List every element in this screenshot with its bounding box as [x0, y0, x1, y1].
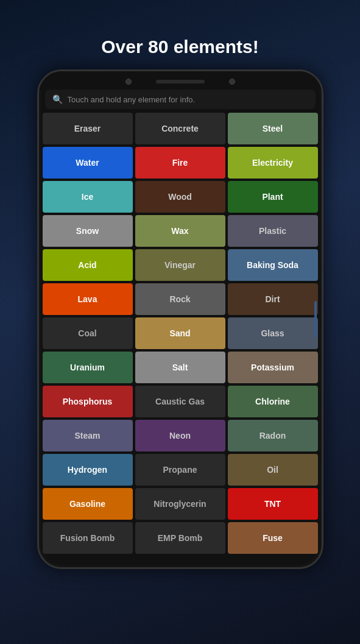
grid-container[interactable]: EraserConcreteSteelWaterFireElectricityI…	[39, 113, 322, 567]
element-cell[interactable]: Wax	[135, 215, 225, 247]
element-cell[interactable]: Baking Soda	[228, 249, 318, 281]
element-cell[interactable]: Neon	[135, 420, 225, 451]
elements-grid: EraserConcreteSteelWaterFireElectricityI…	[43, 113, 318, 554]
element-cell[interactable]: Vinegar	[135, 249, 225, 281]
element-cell[interactable]: Steam	[43, 420, 133, 451]
element-cell[interactable]: Oil	[228, 454, 318, 486]
phone-frame: 🔍 Touch and hold any element for info. E…	[37, 69, 323, 569]
camera-right	[229, 79, 235, 85]
search-icon: 🔍	[52, 94, 63, 104]
element-cell[interactable]: Potassium	[228, 352, 318, 383]
element-cell[interactable]: Coal	[43, 317, 133, 349]
element-cell[interactable]: Caustic Gas	[135, 386, 225, 417]
speaker-bar	[156, 80, 205, 83]
element-cell[interactable]: Acid	[43, 249, 133, 281]
element-cell[interactable]: Plant	[228, 181, 318, 213]
headline: Over 80 elements!	[101, 37, 258, 57]
element-cell[interactable]: Uranium	[43, 352, 133, 383]
element-cell[interactable]: Water	[43, 147, 133, 179]
element-cell[interactable]: Gasoline	[43, 488, 133, 520]
element-cell[interactable]: Radon	[228, 420, 318, 451]
element-cell[interactable]: Snow	[43, 215, 133, 247]
camera-left	[125, 79, 132, 85]
element-cell[interactable]: Fire	[135, 147, 225, 179]
element-cell[interactable]: Propane	[135, 454, 225, 486]
search-hint: Touch and hold any element for info.	[68, 95, 196, 104]
search-bar[interactable]: 🔍 Touch and hold any element for info.	[45, 90, 316, 109]
element-cell[interactable]: Plastic	[228, 215, 318, 247]
phone-top-bar	[39, 71, 322, 90]
element-cell[interactable]: Chlorine	[228, 386, 318, 417]
scroll-indicator	[314, 301, 317, 338]
element-cell[interactable]: Sand	[135, 317, 225, 349]
element-cell[interactable]: Glass	[228, 317, 318, 349]
element-cell[interactable]: Eraser	[43, 113, 133, 144]
element-cell[interactable]: Fuse	[228, 522, 318, 554]
element-cell[interactable]: Fusion Bomb	[43, 522, 133, 554]
element-cell[interactable]: Hydrogen	[43, 454, 133, 486]
element-cell[interactable]: Lava	[43, 283, 133, 315]
element-cell[interactable]: Concrete	[135, 113, 225, 144]
element-cell[interactable]: Rock	[135, 283, 225, 315]
element-cell[interactable]: Ice	[43, 181, 133, 213]
phone-notch-area	[125, 79, 235, 85]
element-cell[interactable]: Phosphorus	[43, 386, 133, 417]
element-cell[interactable]: Dirt	[228, 283, 318, 315]
element-cell[interactable]: Nitroglycerin	[135, 488, 225, 520]
element-cell[interactable]: Steel	[228, 113, 318, 144]
element-cell[interactable]: Electricity	[228, 147, 318, 179]
element-cell[interactable]: Wood	[135, 181, 225, 213]
element-cell[interactable]: EMP Bomb	[135, 522, 225, 554]
element-cell[interactable]: Salt	[135, 352, 225, 383]
element-cell[interactable]: TNT	[228, 488, 318, 520]
